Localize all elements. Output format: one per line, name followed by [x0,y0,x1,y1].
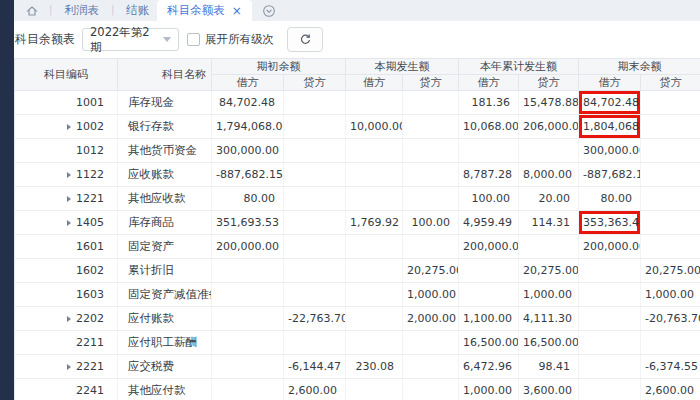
col-header-ending-debit[interactable]: 借方 [579,75,641,91]
amount-cell-highlighted: 84,702.48 [579,91,641,115]
expand-all-label: 展开所有级次 [205,32,274,47]
period-select[interactable]: 2022年第2期 [82,28,179,51]
tab-label: 利润表 [64,3,99,18]
table-row[interactable]: 1601固定资产200,000.00200,000.00200,000.00 [15,235,700,259]
amount-cell: 114.31 [519,211,579,235]
amount-cell: -887,682.15 [212,163,284,187]
col-header-current-debit[interactable]: 借方 [346,75,403,91]
amount-cell: -6,374.55 [641,355,700,379]
col-header-ytd-credit[interactable]: 贷方 [519,75,579,91]
table-row[interactable]: 1602累计折旧20,275.0020,275.0020,275.00 [15,259,700,283]
expand-icon[interactable] [67,364,71,370]
amount-cell: -6,144.47 [284,355,346,379]
expand-icon[interactable] [67,196,71,202]
account-code: 1603 [76,288,104,301]
amount-cell [284,187,346,211]
amount-cell [579,331,641,355]
tab-1[interactable]: 利润表 [56,0,107,21]
amount-cell: 80.00 [212,187,284,211]
tab-label: 结账 [126,3,149,18]
account-code: 1602 [76,264,104,277]
col-header-opening-credit[interactable]: 贷方 [284,75,346,91]
table-row[interactable]: 1603固定资产减值准备1,000.001,000.001,000.00 [15,283,700,307]
amount-cell: 8,787.28 [459,163,519,187]
account-code: 1601 [76,240,104,253]
amount-cell [579,283,641,307]
account-code-cell: 1002 [15,115,118,139]
expand-icon[interactable] [67,124,71,130]
col-group-ending-balance: 期末余额 [579,59,700,75]
table-row[interactable]: 1405库存商品351,693.531,769.92100.004,959.49… [15,211,700,235]
account-name: 其他货币资金 [118,139,212,163]
table-row[interactable]: 1122应收账款-887,682.158,787.288,000.00-887,… [15,163,700,187]
table-row[interactable]: 1012其他货币资金300,000.00300,000.00 [15,139,700,163]
tab-2[interactable]: 结账 [118,0,157,21]
col-header-account-name[interactable]: 科目名称 [118,59,212,91]
expand-icon[interactable] [67,172,71,178]
amount-cell [403,139,459,163]
table-row[interactable]: 2211应付职工薪酬16,500.0016,500.00 [15,331,700,355]
account-code-cell: 2241 [15,379,118,400]
amount-cell [346,331,403,355]
amount-cell [212,355,284,379]
tab-label: 科目余额表 [167,3,225,18]
account-code: 1405 [76,216,104,229]
col-header-ytd-debit[interactable]: 借方 [459,75,519,91]
account-code: 1002 [76,120,104,133]
amount-cell: 1,769.92 [346,211,403,235]
table-row[interactable]: 2241其他应付款2,600.001,000.003,600.002,600.0… [15,379,700,400]
col-group-opening-balance: 期初余额 [212,59,346,75]
amount-cell [346,379,403,400]
amount-cell [284,139,346,163]
amount-cell [641,235,700,259]
amount-cell [284,283,346,307]
expand-icon[interactable] [67,220,71,226]
checkbox-icon[interactable] [187,33,200,46]
table-row[interactable]: 2202应付账款-22,763.702,000.001,100.004,111.… [15,307,700,331]
expand-icon[interactable] [67,316,71,322]
account-name: 应交税费 [118,355,212,379]
amount-cell: 6,472.96 [459,355,519,379]
col-header-account-code[interactable]: 科目编码 [15,59,118,91]
account-name: 其他应付款 [118,379,212,400]
table-row[interactable]: 1221其他应收款80.00100.0020.0080.00 [15,187,700,211]
amount-cell [284,235,346,259]
amount-cell [403,91,459,115]
amount-cell [346,283,403,307]
amount-cell [346,139,403,163]
amount-cell [579,307,641,331]
amount-cell: 20,275.00 [641,259,700,283]
amount-cell: 15,478.88 [519,91,579,115]
tab-close-icon[interactable]: × [232,5,242,17]
col-group-current-period: 本期发生额 [346,59,459,75]
table-row[interactable]: 1002银行存款1,794,068.0010,000.0010,068.0020… [15,115,700,139]
amount-cell [403,355,459,379]
account-name: 固定资产 [118,235,212,259]
account-name: 应收账款 [118,163,212,187]
tab-3[interactable]: 科目余额表× [157,0,252,21]
account-code-cell: 1001 [15,91,118,115]
amount-cell: 181.36 [459,91,519,115]
amount-cell [641,211,700,235]
refresh-button[interactable] [287,27,323,52]
table-row[interactable]: 1001库存现金84,702.48181.3615,478.8884,702.4… [15,91,700,115]
amount-cell: -887,682.15 [579,163,641,187]
account-name: 其他应收款 [118,187,212,211]
table-row[interactable]: 2221应交税费-6,144.47230.086,472.9698.41-6,3… [15,355,700,379]
expand-all-checkbox[interactable]: 展开所有级次 [187,32,274,47]
account-code: 2221 [76,360,104,373]
amount-cell [403,235,459,259]
col-header-current-credit[interactable]: 贷方 [403,75,459,91]
amount-cell [403,115,459,139]
tab-overflow-menu[interactable] [262,0,276,21]
tab-separator: | [49,4,52,15]
col-header-opening-debit[interactable]: 借方 [212,75,284,91]
refresh-icon [299,33,312,46]
account-code-cell: 1601 [15,235,118,259]
amount-cell [212,283,284,307]
col-header-ending-credit[interactable]: 贷方 [641,75,700,91]
amount-cell [641,187,700,211]
amount-cell [403,187,459,211]
home-button[interactable] [19,0,45,21]
account-code-cell: 1122 [15,163,118,187]
